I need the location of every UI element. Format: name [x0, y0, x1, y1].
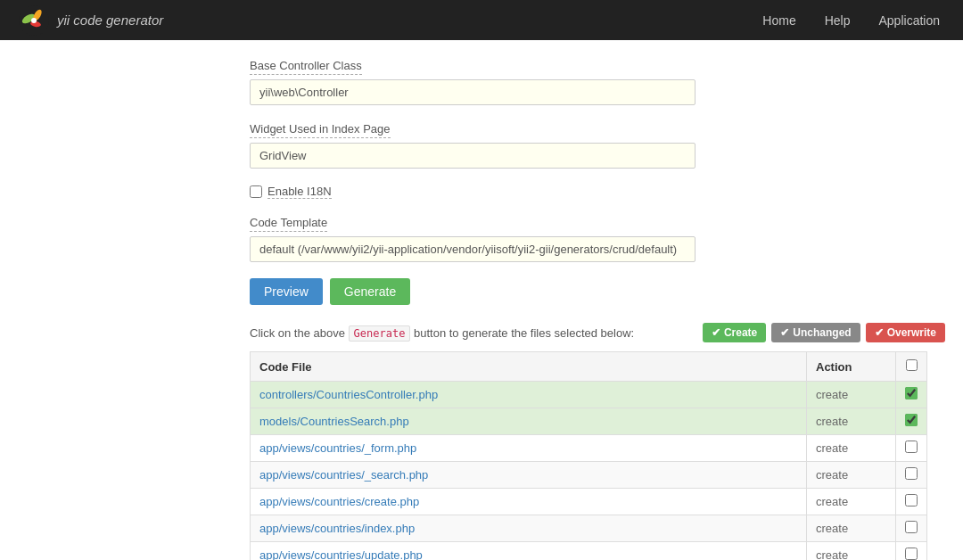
generate-button[interactable]: Generate [330, 278, 410, 305]
action-cell: create [807, 489, 896, 515]
badge-unchanged: ✔ Unchanged [771, 323, 860, 342]
code-template-group: Code Template [250, 215, 945, 262]
row-checkbox-cell [896, 489, 927, 515]
table-row: controllers/CountriesController.phpcreat… [251, 382, 927, 408]
action-buttons: Preview Generate [250, 278, 945, 305]
file-link[interactable]: app/views/countries/create.php [259, 495, 419, 508]
row-checkbox-cell [896, 408, 927, 435]
row-checkbox-cell [896, 542, 927, 561]
nav-help[interactable]: Help [819, 10, 856, 31]
check-unchanged-icon: ✔ [780, 326, 789, 339]
yii-logo-icon [18, 4, 50, 37]
file-link[interactable]: app/views/countries/_form.php [259, 441, 416, 455]
table-row: app/views/countries/create.phpcreate [251, 489, 927, 515]
widget-group: Widget Used in Index Page [250, 121, 945, 169]
badge-overwrite: ✔ Overwrite [866, 323, 945, 342]
checkmark-icon: ✔ [712, 326, 720, 339]
row-checkbox[interactable] [905, 387, 918, 399]
file-link[interactable]: app/views/countries/update.php [259, 548, 423, 560]
row-checkbox-cell [896, 435, 927, 462]
i18n-label: Enable I18N [268, 185, 332, 199]
base-controller-input[interactable] [250, 79, 696, 105]
widget-input[interactable] [250, 143, 696, 169]
action-cell: create [807, 408, 896, 435]
table-row: app/views/countries/_search.phpcreate [251, 462, 927, 489]
navbar: yii code generator Home Help Application [0, 0, 963, 40]
file-table: Code File Action controllers/CountriesCo… [250, 351, 927, 560]
row-checkbox[interactable] [905, 494, 918, 506]
action-cell: create [807, 462, 896, 489]
nav-application[interactable]: Application [874, 10, 946, 31]
legend-badges: ✔ Create ✔ Unchanged ✔ Overwrite [703, 323, 945, 342]
file-cell: app/views/countries/index.php [251, 515, 807, 542]
file-link[interactable]: app/views/countries/_search.php [259, 468, 428, 482]
navbar-links: Home Help Application [757, 10, 945, 31]
row-checkbox-cell [896, 382, 927, 408]
col-header-checkbox [896, 352, 927, 382]
nav-home[interactable]: Home [757, 10, 801, 31]
table-row: models/CountriesSearch.phpcreate [251, 408, 927, 435]
file-link[interactable]: controllers/CountriesController.php [259, 388, 438, 401]
row-checkbox-cell [896, 515, 927, 542]
generate-info-text: Click on the above Generate button to ge… [250, 326, 634, 340]
table-row: app/views/countries/update.phpcreate [251, 542, 927, 561]
table-row: app/views/countries/_form.phpcreate [251, 435, 927, 462]
brand-text: yii code generator [57, 12, 163, 28]
action-cell: create [807, 542, 896, 561]
action-cell: create [807, 382, 896, 408]
row-checkbox[interactable] [905, 467, 918, 480]
preview-button[interactable]: Preview [250, 278, 323, 305]
check-overwrite-icon: ✔ [875, 326, 884, 339]
main-content: Base Controller Class Widget Used in Ind… [0, 40, 963, 560]
row-checkbox[interactable] [905, 441, 918, 453]
file-link[interactable]: models/CountriesSearch.php [259, 415, 409, 428]
file-cell: app/views/countries/_form.php [251, 435, 807, 462]
svg-point-4 [31, 18, 37, 23]
table-row: app/views/countries/index.phpcreate [251, 515, 927, 542]
widget-label: Widget Used in Index Page [250, 122, 391, 138]
select-all-checkbox[interactable] [906, 359, 918, 371]
file-link[interactable]: app/views/countries/index.php [259, 522, 415, 535]
generate-code-label: Generate [349, 325, 411, 342]
generate-info-row: Click on the above Generate button to ge… [250, 323, 945, 342]
file-cell: app/views/countries/create.php [251, 489, 807, 515]
row-checkbox[interactable] [905, 548, 918, 560]
file-cell: models/CountriesSearch.php [251, 408, 807, 435]
file-cell: app/views/countries/update.php [251, 542, 807, 561]
action-cell: create [807, 435, 896, 462]
file-cell: controllers/CountriesController.php [251, 382, 807, 408]
code-template-label: Code Template [250, 216, 327, 232]
action-cell: create [807, 515, 896, 542]
col-header-action: Action [807, 352, 896, 382]
row-checkbox[interactable] [905, 414, 918, 426]
code-template-input[interactable] [250, 236, 696, 262]
i18n-group: Enable I18N [250, 185, 945, 199]
base-controller-group: Base Controller Class [250, 58, 945, 105]
table-header-row: Code File Action [251, 352, 927, 382]
i18n-checkbox[interactable] [250, 185, 262, 198]
col-header-code-file: Code File [251, 352, 807, 382]
badge-create: ✔ Create [703, 323, 766, 342]
brand: yii code generator [18, 4, 163, 37]
row-checkbox[interactable] [905, 521, 918, 533]
file-table-body: controllers/CountriesController.phpcreat… [251, 382, 927, 561]
file-cell: app/views/countries/_search.php [251, 462, 807, 489]
base-controller-label: Base Controller Class [250, 59, 362, 75]
row-checkbox-cell [896, 462, 927, 489]
